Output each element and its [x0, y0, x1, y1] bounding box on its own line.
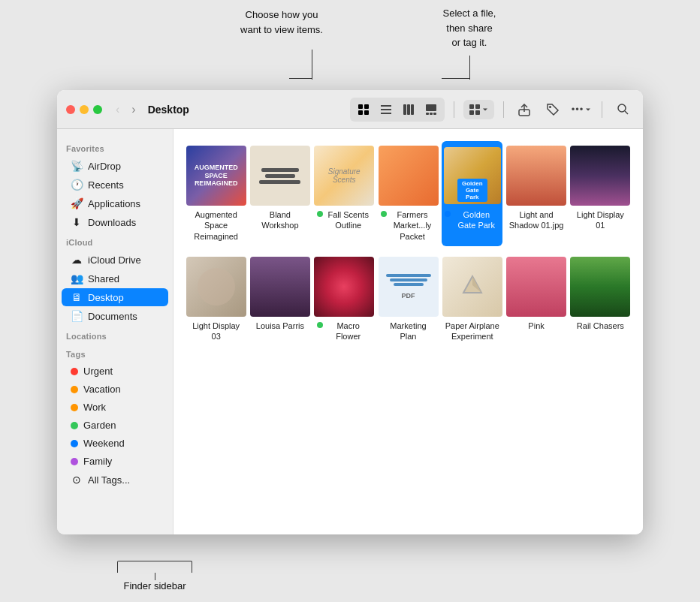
file-name-with-dot: Macro Flower	[317, 321, 372, 342]
sidebar-item-tag-urgent[interactable]: Urgent	[62, 363, 168, 380]
view-list-button[interactable]	[376, 100, 397, 119]
forward-button[interactable]: ›	[128, 101, 138, 118]
sidebar-item-applications[interactable]: 🚀 Applications	[62, 194, 168, 212]
sidebar-item-airdrop[interactable]: 📡 AirDrop	[62, 157, 168, 175]
sidebar-item-label: Desktop	[88, 292, 124, 303]
file-thumbnail	[506, 146, 566, 206]
view-gallery-button[interactable]	[421, 100, 442, 119]
file-name: Farmers Market...ly Packet	[389, 209, 436, 242]
zoom-button[interactable]	[93, 105, 102, 114]
file-thumbnail: PDF	[379, 257, 439, 317]
recents-icon: 🕐	[71, 179, 83, 191]
sidebar-item-shared[interactable]: 👥 Shared	[62, 269, 168, 287]
search-button[interactable]	[611, 98, 634, 121]
file-name: Light Display 03	[189, 321, 243, 342]
sidebar: Favorites 📡 AirDrop 🕐 Recents 🚀 Applicat…	[57, 129, 173, 534]
view-icons-button[interactable]	[353, 100, 374, 119]
file-name: Light and Shadow 01.jpg	[508, 209, 563, 231]
file-thumbnail	[506, 257, 566, 317]
traffic-lights	[66, 105, 102, 114]
file-item-marketing[interactable]: PDF Marketing Plan	[378, 252, 439, 347]
file-name: Light Display 01	[573, 209, 628, 231]
sidebar-item-label: Applications	[88, 198, 140, 209]
work-tag-dot	[71, 404, 78, 411]
sidebar-item-label: All Tags...	[88, 474, 130, 486]
file-name: Bland Workshop	[252, 209, 307, 231]
back-button[interactable]: ‹	[113, 101, 122, 118]
sidebar-item-label: AirDrop	[88, 161, 121, 172]
share-button[interactable]	[513, 98, 536, 121]
callout-sidebar-area: Finder sidebar	[117, 561, 192, 591]
weekend-tag-dot	[71, 440, 78, 447]
svg-point-20	[618, 104, 626, 112]
svg-rect-8	[407, 104, 410, 115]
sidebar-item-documents[interactable]: 📄 Documents	[62, 307, 168, 325]
file-name: Pink	[528, 321, 544, 331]
sidebar-item-tag-weekend[interactable]: Weekend	[62, 435, 168, 452]
svg-rect-14	[469, 104, 474, 109]
minimize-button[interactable]	[80, 105, 89, 114]
file-item-light03[interactable]: Light Display 03	[186, 252, 246, 347]
svg-rect-1	[364, 104, 369, 109]
svg-rect-17	[475, 110, 480, 115]
file-item-augmented[interactable]: AUGMENTEDSPACEREIMAGINED Augmented Space…	[186, 141, 246, 246]
file-name: Augmented Space Reimagined	[189, 209, 243, 242]
file-item-light-shadow[interactable]: Light and Shadow 01.jpg	[505, 141, 566, 246]
sidebar-item-icloud-drive[interactable]: ☁ iCloud Drive	[62, 251, 168, 269]
sidebar-item-label: Vacation	[83, 384, 121, 395]
toolbar-separator-3	[602, 101, 602, 118]
file-thumbnail	[570, 257, 630, 317]
close-button[interactable]	[66, 105, 75, 114]
view-columns-button[interactable]	[398, 100, 419, 119]
sidebar-item-tag-family[interactable]: Family	[62, 453, 168, 470]
sidebar-item-downloads[interactable]: ⬇ Downloads	[62, 213, 168, 231]
sidebar-item-recents[interactable]: 🕐 Recents	[62, 176, 168, 194]
applications-icon: 🚀	[71, 197, 83, 209]
group-button[interactable]	[463, 100, 494, 119]
sidebar-item-desktop[interactable]: 🖥 Desktop	[62, 288, 168, 306]
svg-rect-9	[411, 104, 414, 115]
view-mode-group	[350, 98, 445, 122]
sidebar-item-label: Shared	[88, 273, 119, 284]
file-item-fall[interactable]: SignatureScents Fall Scents Outline	[314, 141, 375, 246]
sidebar-item-tag-work[interactable]: Work	[62, 399, 168, 416]
callout-view-items: Choose how youwant to view items.	[222, 8, 342, 37]
file-thumbnail	[250, 146, 310, 206]
file-thumbnail	[442, 257, 502, 317]
file-thumbnail: AUGMENTEDSPACEREIMAGINED	[186, 146, 246, 206]
callout-view-horiz	[289, 78, 312, 79]
file-thumbnail: SignatureScents	[314, 146, 374, 206]
sidebar-item-all-tags[interactable]: ⊙ All Tags...	[62, 471, 168, 489]
file-item-bland[interactable]: Bland Workshop	[249, 141, 310, 246]
file-thumbnail	[379, 146, 439, 206]
file-item-paper[interactable]: Paper Airplane Experiment	[442, 252, 502, 347]
tag-button[interactable]	[542, 98, 564, 121]
file-item-farmers[interactable]: Farmers Market...ly Packet	[378, 141, 439, 246]
file-name: Marketing Plan	[381, 321, 436, 342]
more-button[interactable]: •••	[570, 98, 593, 121]
all-tags-icon: ⊙	[71, 474, 83, 486]
file-item-louisa[interactable]: Louisa Parris	[249, 252, 310, 347]
svg-rect-4	[381, 105, 391, 107]
file-item-golden[interactable]: GoldenGatePark Golden Gate Park	[442, 141, 502, 246]
file-name-with-dot: Farmers Market...ly Packet	[381, 209, 436, 242]
file-item-rail[interactable]: Rail Chasers	[570, 252, 631, 347]
family-tag-dot	[71, 458, 78, 465]
file-item-light01[interactable]: Light Display 01	[570, 141, 631, 246]
svg-rect-3	[364, 110, 369, 115]
file-name: Golden Gate Park	[453, 209, 499, 231]
svg-line-21	[625, 111, 628, 114]
file-thumbnail	[186, 257, 246, 317]
sidebar-item-label: Work	[83, 402, 106, 413]
sidebar-item-tag-garden[interactable]: Garden	[62, 417, 168, 434]
file-item-macro[interactable]: Macro Flower	[314, 252, 375, 347]
svg-rect-13	[433, 113, 436, 115]
file-name: Macro Flower	[325, 321, 372, 342]
file-item-pink[interactable]: Pink	[505, 252, 566, 347]
urgent-tag-dot	[71, 368, 78, 375]
sidebar-item-tag-vacation[interactable]: Vacation	[62, 381, 168, 398]
sidebar-item-label: Urgent	[83, 366, 113, 377]
svg-rect-2	[358, 110, 363, 115]
callout-share: Select a file,then shareor tag it.	[417, 6, 522, 50]
callout-sidebar-label: Finder sidebar	[123, 580, 186, 591]
